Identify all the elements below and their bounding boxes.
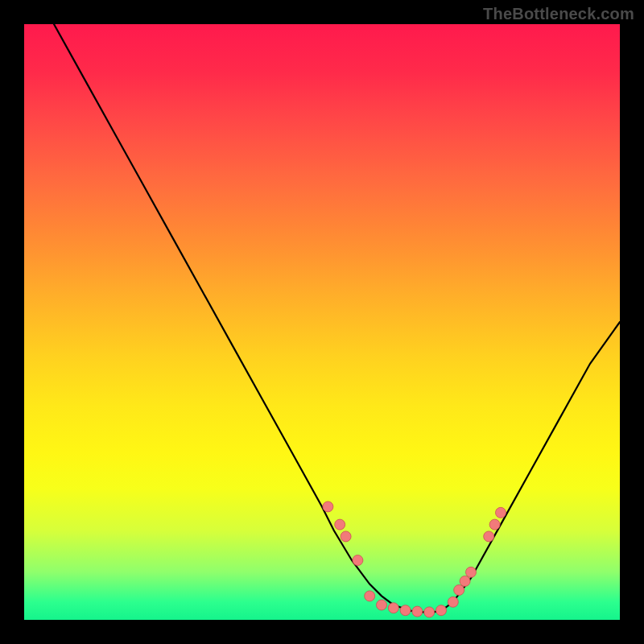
chart-svg — [24, 24, 620, 620]
curve-dot — [412, 606, 423, 617]
curve-dot — [484, 531, 494, 542]
curve-dot — [460, 576, 470, 586]
curve-dot — [424, 607, 435, 617]
curve-dot — [323, 502, 333, 512]
curve-dot — [377, 600, 387, 610]
curve-dot — [365, 591, 375, 601]
curve-dot — [489, 519, 500, 530]
watermark-text: TheBottleneck.com — [483, 5, 634, 23]
curve-dot — [436, 605, 447, 616]
curve-dot — [400, 605, 411, 616]
curve-dot — [335, 519, 345, 530]
curve-dot — [466, 567, 477, 577]
curve-dots-group — [323, 502, 506, 617]
curve-dot — [496, 507, 506, 518]
curve-dot — [448, 597, 458, 607]
curve-dot — [341, 531, 351, 542]
curve-dot — [454, 585, 464, 596]
chart-plot-area — [24, 24, 620, 620]
curve-dot — [353, 555, 363, 566]
curve-dot — [388, 603, 398, 613]
